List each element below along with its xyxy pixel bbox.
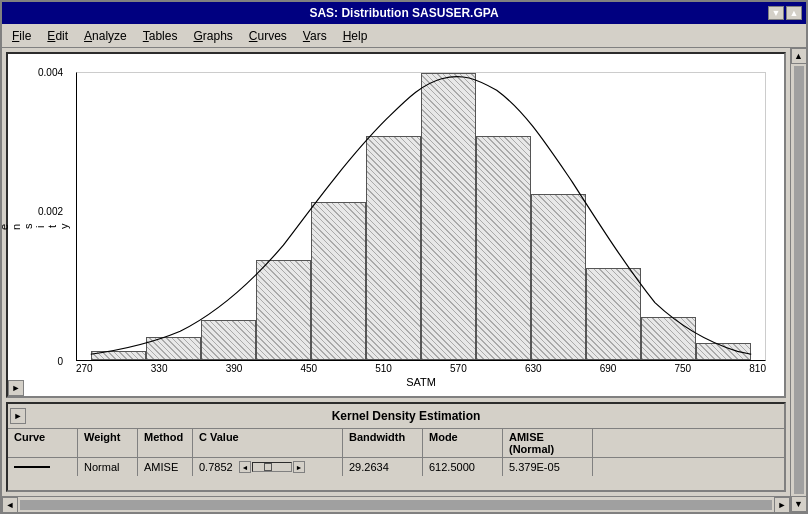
slider-right-arrow[interactable]: ►	[293, 461, 305, 473]
kde-header-row: ► Kernel Density Estimation	[8, 404, 784, 429]
col-header-curve: Curve	[8, 429, 78, 457]
x-tick-330: 330	[151, 363, 168, 374]
density-curve	[77, 73, 765, 360]
cell-method: AMISE	[138, 458, 193, 476]
title-bar: SAS: Distribution SASUSER.GPA ▼ ▲	[2, 2, 806, 24]
x-tick-690: 690	[600, 363, 617, 374]
cell-curve	[8, 458, 78, 476]
maximize-button[interactable]: ▲	[786, 6, 802, 20]
menu-edit[interactable]: Edit	[41, 27, 74, 45]
x-tick-570: 570	[450, 363, 467, 374]
slider-left-arrow[interactable]: ◄	[239, 461, 251, 473]
kde-column-headers: Curve Weight Method C Value Bandwidth Mo…	[8, 429, 784, 458]
cell-amise: 5.379E-05	[503, 458, 593, 476]
window-title: SAS: Distribution SASUSER.GPA	[309, 6, 498, 20]
minimize-button[interactable]: ▼	[768, 6, 784, 20]
menu-graphs[interactable]: Graphs	[187, 27, 238, 45]
cell-mode: 612.5000	[423, 458, 503, 476]
x-tick-390: 390	[226, 363, 243, 374]
x-tick-630: 630	[525, 363, 542, 374]
plot-box	[76, 72, 766, 361]
menu-file[interactable]: File	[6, 27, 37, 45]
menu-analyze[interactable]: Analyze	[78, 27, 133, 45]
col-header-method: Method	[138, 429, 193, 457]
cell-bandwidth: 29.2634	[343, 458, 423, 476]
v-scroll-up-btn[interactable]: ▲	[791, 48, 807, 64]
col-header-amise: AMISE (Normal)	[503, 429, 593, 457]
main-window: SAS: Distribution SASUSER.GPA ▼ ▲ File E…	[0, 0, 808, 514]
h-scroll-track[interactable]	[20, 500, 772, 510]
content-area: ► Density 0.004 0.002 0	[2, 48, 790, 512]
cell-cvalue: 0.7852 ◄ ►	[193, 458, 343, 476]
kde-panel: ► Kernel Density Estimation Curve Weight…	[6, 402, 786, 492]
menu-tables[interactable]: Tables	[137, 27, 184, 45]
h-scroll-right-btn[interactable]: ►	[774, 497, 790, 513]
x-tick-510: 510	[375, 363, 392, 374]
x-axis-label: SATM	[76, 376, 766, 388]
x-tick-450: 450	[300, 363, 317, 374]
h-scrollbar: ◄ ►	[2, 496, 790, 512]
kde-data-row: Normal AMISE 0.7852 ◄ ►	[8, 458, 784, 477]
c-value-slider[interactable]: ◄ ►	[239, 461, 305, 473]
v-scrollbar: ▲ ▼	[790, 48, 806, 512]
col-header-cvalue: C Value	[193, 429, 343, 457]
menu-vars[interactable]: Vars	[297, 27, 333, 45]
y-tick-0.002: 0.002	[38, 206, 63, 217]
cvalue-number: 0.7852	[199, 461, 237, 473]
y-tick-0.004: 0.004	[38, 67, 63, 78]
kde-scroll-btn[interactable]: ►	[10, 408, 26, 424]
menu-help[interactable]: Help	[337, 27, 374, 45]
x-tick-810: 810	[749, 363, 766, 374]
v-scroll-track[interactable]	[794, 66, 804, 494]
v-scroll-down-btn[interactable]: ▼	[791, 496, 807, 512]
x-tick-750: 750	[675, 363, 692, 374]
slider-track[interactable]	[252, 462, 292, 472]
curve-line-icon	[14, 466, 50, 468]
kde-title: Kernel Density Estimation	[28, 409, 784, 423]
x-axis-ticks: 270 330 390 450 510 570 630 690 750 810	[76, 361, 766, 374]
col-header-weight: Weight	[78, 429, 138, 457]
cell-weight: Normal	[78, 458, 138, 476]
x-tick-270: 270	[76, 363, 93, 374]
chart-container: ► Density 0.004 0.002 0	[6, 52, 786, 398]
y-axis-label: Density	[16, 62, 36, 388]
main-content: ► Density 0.004 0.002 0	[2, 48, 790, 496]
menu-bar: File Edit Analyze Tables Graphs Curves V…	[2, 24, 806, 48]
menu-curves[interactable]: Curves	[243, 27, 293, 45]
col-header-bandwidth: Bandwidth	[343, 429, 423, 457]
col-header-mode: Mode	[423, 429, 503, 457]
y-tick-0: 0	[57, 356, 63, 367]
h-scroll-left-btn[interactable]: ◄	[2, 497, 18, 513]
slider-thumb[interactable]	[264, 463, 272, 471]
